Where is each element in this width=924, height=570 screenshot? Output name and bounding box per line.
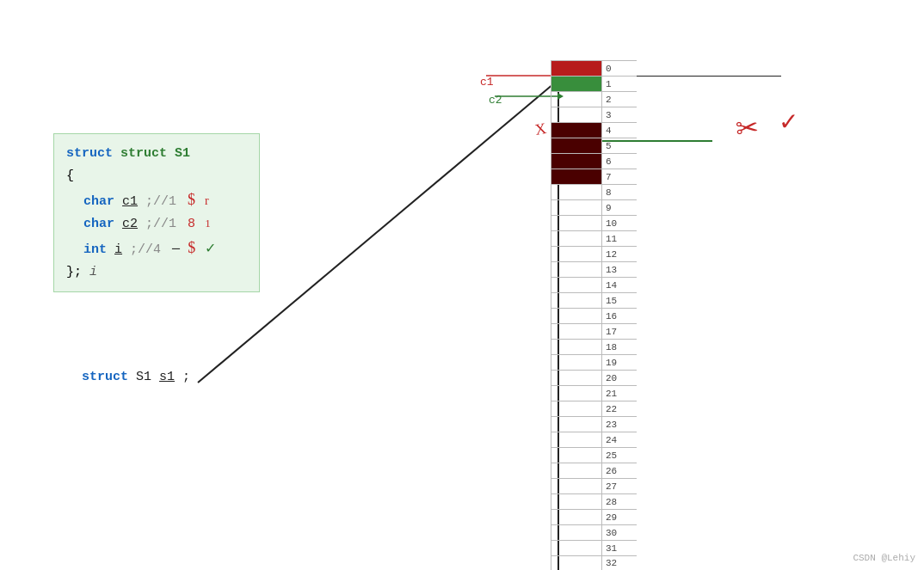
- memory-row-31: 31: [551, 540, 637, 555]
- memory-row-3: 3: [551, 107, 637, 122]
- memory-row-18: 18: [551, 339, 637, 354]
- memory-row-26: 26: [551, 463, 637, 478]
- brace-close: };: [66, 265, 82, 279]
- checkmark-annotation: ✓: [779, 107, 798, 136]
- memory-row-4: 4: [551, 122, 637, 138]
- label-c2: c2: [489, 94, 502, 107]
- semicolon: ;: [182, 370, 190, 384]
- memory-row-14: 14: [551, 277, 637, 292]
- memory-cell-5: [551, 138, 602, 154]
- memory-cell-7: [551, 169, 602, 185]
- memory-row-10: 10: [551, 215, 637, 230]
- memory-row-5: 5: [551, 138, 637, 153]
- kw-char-2: char: [83, 217, 114, 231]
- memory-row-32: 32: [551, 555, 637, 570]
- memory-row-17: 17: [551, 323, 637, 339]
- annotation-r: r: [205, 194, 209, 207]
- memory-index-4: 4: [606, 126, 626, 136]
- memory-cell-2: [551, 92, 602, 107]
- memory-cell-0: [551, 61, 602, 77]
- annotation-s1: $: [188, 191, 195, 208]
- brace-open: {: [66, 169, 74, 183]
- memory-index-5: 5: [606, 141, 626, 151]
- memory-row-21: 21: [551, 385, 637, 401]
- annotation-dash8: ─: [172, 242, 180, 257]
- kw-char-1: char: [83, 194, 114, 209]
- code-line-close: }; i: [66, 261, 247, 284]
- memory-row-23: 23: [551, 416, 637, 432]
- memory-cell-4: [551, 123, 602, 138]
- comment-4: ;//4: [130, 242, 161, 257]
- annotation-1: 1: [205, 217, 211, 230]
- memory-index-3: 3: [606, 110, 626, 120]
- scissors-annotation: ✂: [734, 111, 760, 145]
- code-line-c1: char c1 ;//1 $ r: [83, 187, 247, 213]
- struct-instance-label: struct S1 s1 ;: [82, 370, 190, 384]
- code-line-int: int i ;//4 ─ $ ✓: [83, 235, 247, 261]
- memory-row-0: 0: [551, 60, 637, 76]
- memory-row-24: 24: [551, 432, 637, 447]
- memory-row-9: 9: [551, 199, 637, 215]
- kw-int: int: [83, 242, 107, 257]
- memory-index-7: 7: [606, 172, 626, 182]
- memory-row-16: 16: [551, 308, 637, 323]
- memory-row-20: 20: [551, 370, 637, 385]
- comment-2: ;//1: [145, 217, 176, 231]
- memory-index-1: 1: [606, 79, 626, 89]
- x-mark: X: [533, 120, 547, 139]
- memory-row-30: 30: [551, 524, 637, 540]
- code-line-struct: struct struct S1: [66, 143, 247, 165]
- kw-struct-instance: struct: [82, 370, 128, 384]
- memory-row-22: 22: [551, 401, 637, 416]
- label-c1: c1: [480, 76, 494, 89]
- var-i: i: [114, 242, 122, 257]
- italic-i: i: [89, 265, 97, 279]
- memory-index-6: 6: [606, 156, 626, 167]
- memory-row-15: 15: [551, 292, 637, 308]
- memory-row-27: 27: [551, 478, 637, 493]
- memory-diagram: 0 1 2 3 4 5 6 7 8 9 10 11 12 13 14 15 16…: [551, 60, 637, 570]
- memory-row-13: 13: [551, 261, 637, 277]
- memory-cell-1: [551, 77, 602, 92]
- code-line-open: {: [66, 165, 247, 187]
- code-line-c2: char c2 ;//1 8 1: [83, 213, 247, 236]
- var-c2: c2: [122, 217, 138, 231]
- memory-index-0: 0: [606, 64, 626, 74]
- var-s1: s1: [159, 370, 175, 384]
- kw-struct: struct: [66, 146, 113, 161]
- memory-row-7: 7: [551, 169, 637, 184]
- var-c1: c1: [122, 194, 138, 209]
- memory-row-28: 28: [551, 493, 637, 509]
- struct-name: struct S1: [120, 146, 190, 161]
- watermark: CSDN @Lehiy: [853, 553, 915, 563]
- memory-row-1: 1: [551, 76, 637, 91]
- memory-row-25: 25: [551, 447, 637, 463]
- memory-cell-6: [551, 154, 602, 169]
- memory-row-19: 19: [551, 354, 637, 370]
- memory-row-11: 11: [551, 230, 637, 246]
- memory-row-12: 12: [551, 246, 637, 261]
- annotation-8: 8: [188, 217, 195, 231]
- memory-row-6: 6: [551, 153, 637, 169]
- memory-row-8: 8: [551, 184, 637, 199]
- memory-row-29: 29: [551, 509, 637, 524]
- memory-index-2: 2: [606, 95, 626, 105]
- annotation-s2: $: [188, 239, 195, 256]
- memory-row-2: 2: [551, 91, 637, 107]
- code-box: struct struct S1 { char c1 ;//1 $ r char…: [53, 133, 260, 292]
- annotation-check: ✓: [205, 241, 216, 255]
- comment-1: ;//1: [145, 194, 176, 209]
- memory-cell-3: [551, 107, 602, 123]
